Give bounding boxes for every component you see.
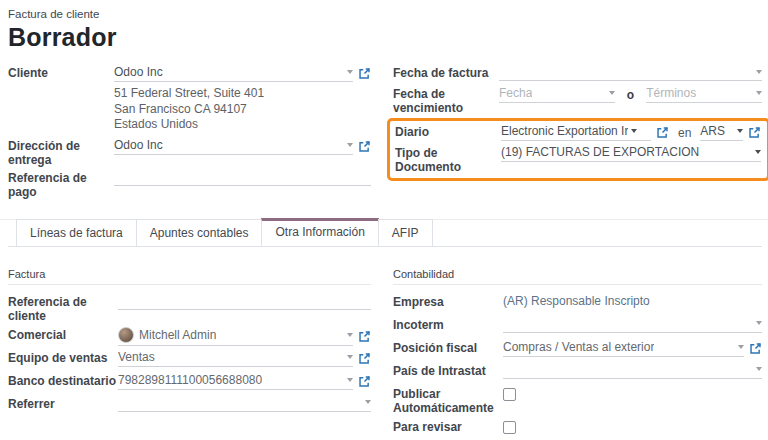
caret-down-icon[interactable] bbox=[347, 70, 353, 74]
pais-intrastat-row: País de Intrastat bbox=[393, 363, 762, 382]
caret-down-icon[interactable] bbox=[365, 400, 371, 404]
external-link-icon[interactable] bbox=[749, 342, 762, 355]
tipo-documento-field[interactable]: (19) FACTURAS DE EXPORTACION bbox=[501, 145, 761, 162]
cliente-field[interactable]: Odoo Inc bbox=[114, 65, 353, 82]
caret-down-icon[interactable] bbox=[756, 91, 762, 95]
referencia-pago-label: Referencia de pago bbox=[8, 170, 114, 199]
factura-column: Factura Referencia de cliente Comercial bbox=[8, 268, 385, 440]
external-link-icon[interactable] bbox=[358, 330, 371, 343]
external-link-icon[interactable] bbox=[358, 352, 371, 365]
caret-down-icon[interactable] bbox=[347, 355, 353, 359]
diario-journal-field[interactable]: Electronic Exportation Ir bbox=[501, 124, 651, 141]
fecha-factura-label: Fecha de factura bbox=[393, 65, 499, 80]
fecha-vencimiento-label: Fecha de vencimiento bbox=[393, 86, 499, 115]
referencia-cliente-field[interactable] bbox=[118, 294, 371, 310]
invoice-meta-column: Fecha de factura Fecha de vencimiento Fe… bbox=[385, 65, 762, 202]
factura-group: Factura Referencia de cliente Comercial bbox=[8, 268, 371, 415]
tab-afip[interactable]: AFIP bbox=[378, 219, 433, 246]
diario-label: Diario bbox=[395, 124, 501, 139]
banco-destinatario-label: Banco destinatario bbox=[8, 373, 118, 388]
caret-down-icon[interactable] bbox=[347, 378, 353, 382]
equipo-ventas-row: Equipo de ventas Ventas bbox=[8, 350, 371, 369]
contabilidad-group-title: Contabilidad bbox=[393, 268, 762, 285]
caret-down-icon[interactable] bbox=[347, 143, 353, 147]
referencia-pago-field[interactable] bbox=[114, 170, 371, 186]
posicion-fiscal-value: Compras / Ventas al exterior bbox=[503, 340, 654, 354]
cliente-value: Odoo Inc bbox=[114, 65, 163, 79]
terminos-placeholder: Términos bbox=[646, 86, 696, 100]
comercial-field[interactable]: Mitchell Admin bbox=[118, 327, 353, 346]
para-revisar-label: Para revisar bbox=[393, 419, 503, 434]
referrer-field[interactable] bbox=[118, 396, 371, 412]
caret-down-icon[interactable] bbox=[756, 321, 762, 325]
currency-field[interactable]: ARS bbox=[700, 124, 743, 141]
equipo-ventas-label: Equipo de ventas bbox=[8, 350, 118, 365]
diario-row: Diario Electronic Exportation Ir en ARS bbox=[395, 124, 761, 142]
partner-address: 51 Federal Street, Suite 401 San Francis… bbox=[114, 86, 371, 133]
banco-destinatario-field[interactable]: 7982898111100056688080 bbox=[118, 373, 353, 390]
otra-informacion-panel: Factura Referencia de cliente Comercial bbox=[8, 247, 762, 440]
cliente-label: Cliente bbox=[8, 65, 114, 80]
para-revisar-checkbox[interactable] bbox=[503, 421, 516, 434]
publicar-automaticamente-checkbox[interactable] bbox=[503, 388, 516, 401]
pais-intrastat-label: País de Intrastat bbox=[393, 363, 503, 378]
or-separator: o bbox=[627, 88, 634, 102]
empresa-value: (AR) Responsable Inscripto bbox=[503, 294, 650, 308]
posicion-fiscal-field[interactable]: Compras / Ventas al exterior bbox=[503, 340, 744, 357]
tab-lineas-de-factura[interactable]: Líneas de factura bbox=[16, 219, 137, 246]
tab-apuntes-contables[interactable]: Apuntes contables bbox=[136, 219, 263, 246]
direccion-entrega-field[interactable]: Odoo Inc bbox=[114, 138, 353, 155]
contabilidad-column: Contabilidad Empresa (AR) Responsable In… bbox=[385, 268, 762, 440]
terminos-field[interactable]: Términos bbox=[646, 86, 762, 103]
notebook: Líneas de factura Apuntes contables Otra… bbox=[8, 219, 762, 440]
fecha-vencimiento-row: Fecha de vencimiento Fecha o Términos bbox=[393, 86, 762, 115]
tipo-documento-row: Tipo de Documento (19) FACTURAS DE EXPOR… bbox=[395, 145, 761, 174]
incoterm-field[interactable] bbox=[503, 317, 762, 333]
caret-down-icon[interactable] bbox=[755, 150, 761, 154]
banco-destinatario-row: Banco destinatario 798289811110005668808… bbox=[8, 373, 371, 392]
caret-down-icon[interactable] bbox=[737, 129, 743, 133]
contabilidad-group: Contabilidad Empresa (AR) Responsable In… bbox=[393, 268, 762, 438]
caret-down-icon[interactable] bbox=[347, 333, 353, 337]
tipo-documento-label: Tipo de Documento bbox=[395, 145, 501, 174]
incoterm-row: Incoterm bbox=[393, 317, 762, 336]
external-link-icon[interactable] bbox=[358, 140, 371, 153]
invoice-form-page: Factura de cliente Borrador Cliente Odoo… bbox=[0, 0, 768, 440]
referencia-cliente-label: Referencia de cliente bbox=[8, 294, 118, 323]
diario-journal-value: Electronic Exportation Ir bbox=[501, 124, 628, 138]
equipo-ventas-field[interactable]: Ventas bbox=[118, 350, 353, 367]
cliente-row: Cliente Odoo Inc bbox=[8, 65, 371, 83]
publicar-automaticamente-row: Publicar Automáticamente bbox=[393, 386, 762, 415]
caret-down-icon[interactable] bbox=[631, 129, 637, 133]
header: Factura de cliente Borrador bbox=[8, 8, 762, 52]
currency-value: ARS bbox=[700, 124, 725, 138]
para-revisar-row: Para revisar bbox=[393, 419, 762, 438]
tab-otra-informacion[interactable]: Otra Información bbox=[261, 218, 378, 246]
caret-down-icon[interactable] bbox=[738, 345, 744, 349]
partner-column: Cliente Odoo Inc 51 Federal Street, Suit… bbox=[8, 65, 385, 202]
banco-destinatario-value: 7982898111100056688080 bbox=[118, 373, 262, 387]
external-link-icon[interactable] bbox=[358, 375, 371, 388]
direccion-entrega-row: Dirección de entrega Odoo Inc bbox=[8, 138, 371, 167]
tipo-documento-value: (19) FACTURAS DE EXPORTACION bbox=[501, 145, 699, 159]
invoice-top-form: Cliente Odoo Inc 51 Federal Street, Suit… bbox=[8, 65, 762, 202]
caret-down-icon[interactable] bbox=[756, 70, 762, 74]
fecha-factura-field[interactable] bbox=[499, 65, 762, 81]
pais-intrastat-field[interactable] bbox=[503, 363, 762, 379]
address-line: 51 Federal Street, Suite 401 bbox=[114, 86, 371, 102]
empresa-row: Empresa (AR) Responsable Inscripto bbox=[393, 294, 762, 313]
direccion-entrega-value: Odoo Inc bbox=[114, 138, 163, 152]
caret-down-icon[interactable] bbox=[609, 91, 615, 95]
fecha-factura-row: Fecha de factura bbox=[393, 65, 762, 83]
external-link-icon[interactable] bbox=[656, 126, 669, 139]
address-line: San Francisco CA 94107 bbox=[114, 102, 371, 118]
en-separator: en bbox=[678, 126, 691, 140]
posicion-fiscal-row: Posición fiscal Compras / Ventas al exte… bbox=[393, 340, 762, 359]
comercial-value: Mitchell Admin bbox=[139, 328, 216, 342]
external-link-icon[interactable] bbox=[748, 126, 761, 139]
caret-down-icon[interactable] bbox=[756, 367, 762, 371]
fecha-vencimiento-date-field[interactable]: Fecha bbox=[499, 86, 615, 103]
address-line: Estados Unidos bbox=[114, 117, 371, 133]
posicion-fiscal-label: Posición fiscal bbox=[393, 340, 503, 355]
external-link-icon[interactable] bbox=[358, 67, 371, 80]
